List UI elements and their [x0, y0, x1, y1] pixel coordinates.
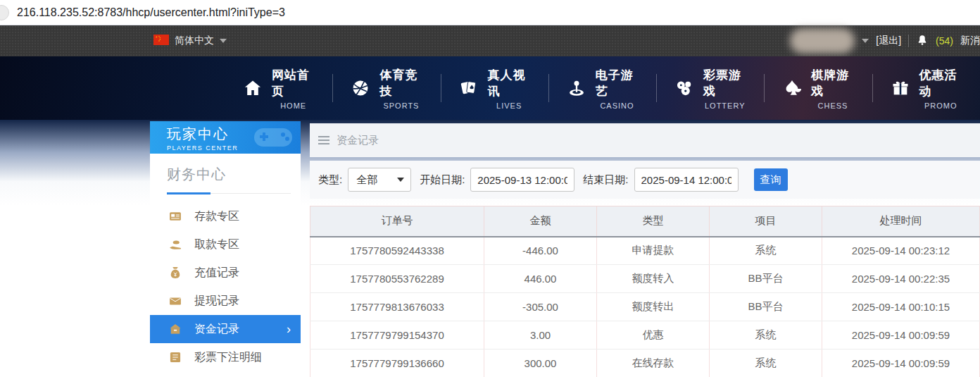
- type-select[interactable]: 全部: [348, 168, 411, 192]
- account-caret-icon[interactable]: [862, 39, 869, 43]
- table-row[interactable]: 1757780592443338 -446.00 申请提款 系统 2025-09…: [310, 237, 980, 265]
- cell-process-time: 2025-09-14 00:09:59: [822, 321, 980, 350]
- screen: 216.118.235.52:8783/hhcp/usercenter.html…: [0, 0, 980, 377]
- nav-label-zh: 优惠活动: [919, 67, 962, 99]
- nav-item-casino[interactable]: 电子游艺 CASINO: [549, 67, 656, 110]
- nav-item-chess[interactable]: 棋牌游戏 CHESS: [765, 67, 872, 110]
- nav-label-en: CASINO: [600, 101, 634, 110]
- table-header-cell: 订单号: [310, 206, 484, 237]
- sidebar-item-label: 充值记录: [194, 266, 239, 280]
- start-date-input[interactable]: [470, 168, 574, 192]
- cell-order-number: 1757780553762289: [310, 265, 484, 293]
- sidebar-item-label: 彩票下注明细: [194, 350, 262, 365]
- cell-amount: -305.00: [484, 293, 597, 321]
- breadcrumb-title: 资金记录: [337, 134, 379, 147]
- username-blurred[interactable]: [790, 28, 855, 54]
- sidebar-item-hall-bet-records[interactable]: 厅室投注记录: [150, 371, 301, 377]
- cell-order-number: 1757779813676033: [310, 293, 484, 321]
- cell-project: 系统: [710, 321, 822, 350]
- table-row[interactable]: 1757779799154370 3.00 优惠 系统 2025-09-14 0…: [310, 321, 980, 350]
- cards-icon: [459, 78, 479, 98]
- message-count-badge[interactable]: (54): [936, 35, 953, 47]
- account-area: [退出] (54) 新消: [790, 28, 980, 54]
- main-navbar: 网站首页 HOME 体育竞技 SPORTS: [0, 56, 980, 120]
- table-header-cell: 金额: [484, 206, 597, 237]
- nav-item-lives[interactable]: 真人视讯 LIVES: [441, 67, 548, 110]
- sidebar-section-title: 财务中心: [167, 165, 291, 194]
- sidebar-menu: 存款专区 取款专区 充值记录 提现记录: [150, 202, 301, 377]
- nav-label-zh: 真人视讯: [488, 67, 531, 99]
- nav-label-en: LIVES: [496, 101, 522, 110]
- table-row[interactable]: 1757780553762289 446.00 额度转入 BB平台 2025-0…: [310, 265, 980, 293]
- cell-order-number: 1757780592443338: [310, 237, 484, 265]
- nav-label-zh: 彩票游戏: [703, 67, 746, 99]
- sidebar-item-recharge-records[interactable]: 充值记录: [150, 259, 301, 287]
- start-date-label: 开始日期:: [420, 173, 465, 187]
- nav-label-en: CHESS: [818, 101, 848, 110]
- divider: [908, 35, 909, 47]
- table-row[interactable]: 1757779799136660 300.00 在线存款 系统 2025-09-…: [310, 350, 980, 377]
- nav-item-sports[interactable]: 体育竞技 SPORTS: [333, 67, 440, 110]
- url-text[interactable]: 216.118.235.52:8783/hhcp/usercenter.html…: [17, 6, 285, 19]
- china-flag-icon: [153, 35, 169, 47]
- nav-list: 网站首页 HOME 体育竞技 SPORTS: [0, 56, 980, 120]
- notification-bell-icon[interactable]: [916, 34, 929, 49]
- cell-project: 系统: [710, 350, 822, 377]
- nav-label-zh: 电子游艺: [596, 67, 639, 99]
- sidebar-item-label: 资金记录: [194, 322, 239, 337]
- nav-label-en: HOME: [280, 101, 306, 110]
- cell-order-number: 1757779799136660: [310, 350, 484, 377]
- funds-table: 订单号金额类型项目处理时间 1757780592443338 -446.00 申…: [310, 206, 980, 377]
- cell-order-number: 1757779799154370: [310, 321, 484, 350]
- cell-type: 额度转入: [597, 265, 710, 293]
- nav-label-zh: 棋牌游戏: [811, 67, 854, 99]
- lottery-detail-icon: [168, 350, 182, 364]
- cell-process-time: 2025-09-14 00:22:35: [822, 265, 980, 293]
- search-button[interactable]: 查询: [754, 168, 788, 191]
- moneybag-icon: [168, 266, 182, 280]
- cell-process-time: 2025-09-14 00:09:59: [822, 350, 980, 377]
- sidebar-item-deposit-zone[interactable]: 存款专区: [150, 202, 301, 230]
- sidebar-item-withdraw-records[interactable]: 提现记录: [150, 287, 301, 315]
- site-favicon-icon: [0, 5, 9, 20]
- nav-label-zh: 体育竞技: [379, 67, 422, 99]
- cell-amount: 3.00: [484, 321, 597, 350]
- top-utility-bar: 简体中文 [退出] (54) 新消: [0, 25, 980, 56]
- cash-envelope-icon: [168, 294, 182, 308]
- nav-item-promo[interactable]: 优惠活动 PROMO: [873, 67, 980, 110]
- sidebar-item-funds-records[interactable]: 资金记录 ›: [150, 315, 301, 343]
- language-selector[interactable]: 简体中文: [153, 35, 227, 47]
- gamepad-icon: [251, 123, 295, 154]
- joystick-icon: [567, 78, 586, 98]
- cell-project: BB平台: [710, 265, 822, 293]
- browser-url-bar[interactable]: 216.118.235.52:8783/hhcp/usercenter.html…: [0, 0, 980, 25]
- nav-label-zh: 网站首页: [272, 67, 315, 99]
- spade-icon: [782, 78, 802, 98]
- hamburger-icon[interactable]: [318, 136, 329, 144]
- cell-type: 申请提款: [597, 237, 710, 265]
- deposit-card-icon: [168, 209, 182, 223]
- chevron-right-icon: ›: [287, 323, 291, 335]
- logout-button[interactable]: [退出]: [876, 35, 901, 47]
- table-row[interactable]: 1757779813676033 -305.00 额度转出 BB平台 2025-…: [310, 293, 980, 321]
- gift-icon: [891, 78, 910, 98]
- message-link[interactable]: 新消: [960, 35, 980, 47]
- sidebar-item-label: 提现记录: [194, 294, 239, 309]
- cell-type: 优惠: [597, 321, 710, 350]
- nav-item-lottery[interactable]: 彩票游戏 LOTTERY: [657, 67, 764, 110]
- language-caret-icon: [220, 39, 227, 43]
- nav-item-home[interactable]: 网站首页 HOME: [225, 67, 332, 110]
- basketball-icon: [351, 78, 370, 98]
- table-header-cell: 类型: [597, 206, 710, 237]
- type-select-value: 全部: [356, 173, 377, 187]
- sidebar-item-lottery-bet-details[interactable]: 彩票下注明细: [150, 343, 301, 371]
- end-date-label: 结束日期:: [583, 173, 628, 187]
- cell-process-time: 2025-09-14 00:10:15: [822, 293, 980, 321]
- cell-type: 额度转出: [597, 293, 710, 321]
- end-date-input[interactable]: [634, 168, 739, 192]
- sidebar: 玩家中心 PLAYERS CENTER 财务中心 存款专区 取款专区: [150, 121, 301, 377]
- select-caret-icon: [397, 178, 404, 182]
- sidebar-item-withdraw-zone[interactable]: 取款专区: [150, 230, 301, 259]
- cell-amount: 300.00: [484, 350, 597, 377]
- cell-process-time: 2025-09-14 00:23:12: [822, 237, 980, 265]
